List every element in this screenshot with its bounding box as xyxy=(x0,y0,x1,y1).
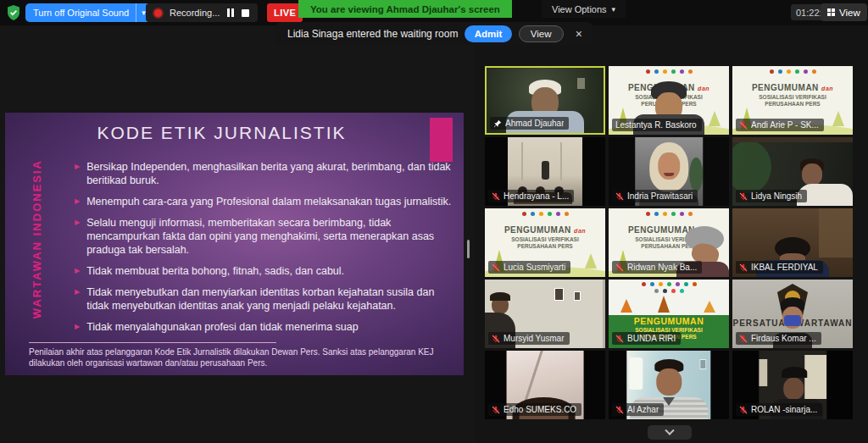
original-sound-label: Turn off Original Sound xyxy=(33,8,129,18)
slide-bullet-text: Menempuh cara-cara yang Profesional dala… xyxy=(86,195,451,208)
participant-name: Mursyid Yusmar xyxy=(504,334,565,343)
bullet-triangle-icon: ▶ xyxy=(75,216,80,257)
participant-name-tag: Ahmad Djauhar xyxy=(490,117,569,130)
participant-grid: Ahmad DjauharPENGUMUMAN danSOSIALISASI V… xyxy=(485,66,853,419)
recording-dot-icon xyxy=(154,9,162,17)
participant-name: BUNDA RIRI xyxy=(627,334,676,343)
participant-name-tag: ROLAN -sinarja... xyxy=(736,403,822,416)
muted-mic-icon xyxy=(739,192,748,201)
slide-title: KODE ETIK JURNALISTIK xyxy=(5,123,438,143)
participant-name-tag: BUNDA RIRI xyxy=(612,332,681,345)
waiting-room-notification: Lidia Sinaga entered the waiting room Ad… xyxy=(275,22,593,45)
sponsor-logos xyxy=(732,69,853,74)
participant-name: Indria Prawitasari xyxy=(627,191,693,201)
muted-mic-icon xyxy=(492,335,500,343)
collapse-gallery-button[interactable] xyxy=(648,425,692,440)
participant-name: Hendrayana - L... xyxy=(504,191,569,201)
recording-controls: Recording... xyxy=(146,3,258,22)
pause-recording-icon[interactable] xyxy=(227,8,234,17)
video-tile-andi-arie-p-sk[interactable]: PENGUMUMAN danSOSIALISASI VERIFIKASIPERU… xyxy=(732,66,853,135)
chevron-down-icon: ▾ xyxy=(612,5,616,14)
video-tile-al-azhar[interactable]: Al Azhar xyxy=(609,351,729,419)
muted-mic-icon xyxy=(615,335,624,343)
slide-bullet-text: Tidak menyalahgunakan profesi dan tidak … xyxy=(86,320,359,334)
slide-bullet: ▶Tidak membuat berita bohong, fitnah, sa… xyxy=(75,264,454,278)
close-icon[interactable]: × xyxy=(576,28,582,40)
video-tile-lidya-ningsih[interactable]: Lidya Ningsih xyxy=(732,137,853,206)
sponsor-logos xyxy=(609,282,729,286)
slide-vertical-text: WARTAWAN INDONESIA xyxy=(31,159,43,318)
video-tile-lestantya-r-baskoro[interactable]: PENGUMUMAN danSOSIALISASI VERIFIKASIPERU… xyxy=(609,66,729,135)
participant-name: Lestantya R. Baskoro xyxy=(615,120,697,130)
view-options-button[interactable]: View Options ▾ xyxy=(542,0,626,18)
video-tile-firdaus-komar[interactable]: PERSATUAN WARTAWANFirdaus Komar ... xyxy=(732,280,853,348)
video-tile-bunda-riri[interactable]: PENGUMUMANSOSIALISASI VERIFIKASIPERUSAHA… xyxy=(609,280,729,348)
participant-name-tag: Ridwan Nyak Ba... xyxy=(612,261,702,274)
participant-name: IKBAL FERDIYAL xyxy=(751,263,818,272)
participant-name-tag: Hendrayana - L... xyxy=(488,190,574,202)
video-tile-hendrayana-l[interactable]: Hendrayana - L... xyxy=(485,137,605,206)
stop-recording-icon[interactable] xyxy=(242,9,249,17)
participant-name-tag: Edho SUMEKS.CO xyxy=(488,403,581,416)
muted-mic-icon xyxy=(615,192,624,201)
video-tile-rolan-sinarja[interactable]: ROLAN -sinarja... xyxy=(732,351,853,419)
sponsor-logos xyxy=(609,69,729,74)
participant-name: Andi Arie P - SK... xyxy=(751,120,819,130)
slide-bullet-text: Bersikap Independen, menghasilkan berita… xyxy=(86,160,454,187)
participant-name: Lucia Susmiyarti xyxy=(504,263,565,272)
virtual-bg-title: PENGUMUMAN dan xyxy=(485,225,605,235)
waiting-room-view-button[interactable]: View xyxy=(519,25,564,42)
participant-name: Al Azhar xyxy=(627,405,659,414)
screen-share-banner: You are viewing Ahmad Djauhar's screen xyxy=(298,0,512,18)
virtual-bg-subtitle1: SOSIALISASI VERIFIKASI xyxy=(485,236,605,242)
muted-mic-icon xyxy=(492,192,500,201)
slide-footer-divider xyxy=(29,342,276,343)
shared-screen-area: KODE ETIK JURNALISTIK WARTAWAN INDONESIA… xyxy=(0,25,475,443)
virtual-bg-title: PENGUMUMAN dan xyxy=(732,83,853,92)
video-tile-ahmad-djauhar[interactable]: Ahmad Djauhar xyxy=(485,66,605,135)
video-tile-indria-prawitasari[interactable]: Indria Prawitasari xyxy=(609,137,729,206)
participant-name: Firdaus Komar ... xyxy=(751,334,816,343)
presentation-slide: KODE ETIK JURNALISTIK WARTAWAN INDONESIA… xyxy=(5,113,464,375)
security-shield-icon[interactable] xyxy=(7,5,20,20)
muted-mic-icon xyxy=(492,263,500,272)
share-area-scrollbar[interactable] xyxy=(467,240,470,258)
recording-label: Recording... xyxy=(170,8,220,18)
video-tile-mursyid-yusmar[interactable]: Mursyid Yusmar xyxy=(485,280,605,348)
virtual-bg-subtitle1: SOSIALISASI VERIFIKASI xyxy=(732,94,853,100)
participant-name-tag: IKBAL FERDIYAL xyxy=(736,261,823,274)
bullet-triangle-icon: ▶ xyxy=(75,160,80,187)
muted-mic-icon xyxy=(615,263,624,272)
pin-icon xyxy=(493,119,502,128)
slide-bullet: ▶Tidak menyalahgunakan profesi dan tidak… xyxy=(75,320,454,334)
waiting-room-message: Lidia Sinaga entered the waiting room xyxy=(287,28,458,40)
participant-name: Ahmad Djauhar xyxy=(505,119,564,128)
participant-name-tag: Andi Arie P - SK... xyxy=(736,119,824,131)
original-sound-button[interactable]: Turn off Original Sound ▾ xyxy=(25,3,151,22)
participant-name: ROLAN -sinarja... xyxy=(751,405,817,414)
sponsor-logos xyxy=(485,212,605,216)
participant-name-tag: Lidya Ningsih xyxy=(736,190,807,202)
view-options-label: View Options xyxy=(552,4,607,14)
slide-bullet-text: Selalu menguji informasi, memberitakan s… xyxy=(86,216,454,257)
video-tile-ikbal-ferdiyal[interactable]: IKBAL FERDIYAL xyxy=(732,208,853,277)
view-layout-button[interactable]: View xyxy=(821,3,867,21)
participant-name-tag: Al Azhar xyxy=(612,403,664,416)
admit-button[interactable]: Admit xyxy=(465,25,511,42)
slide-bullet: ▶Tidak menyebutkan dan menyiarkan identi… xyxy=(75,285,454,313)
virtual-bg-subtitle2: PERUSAHAAN PERS xyxy=(485,243,605,249)
participant-name: Ridwan Nyak Ba... xyxy=(627,263,697,272)
participant-name: Edho SUMEKS.CO xyxy=(504,405,576,414)
slide-bullet: ▶Bersikap Independen, menghasilkan berit… xyxy=(75,160,454,187)
live-label: LIVE xyxy=(274,8,296,18)
muted-mic-icon xyxy=(739,121,748,130)
video-tile-edho-sumeks-co[interactable]: Edho SUMEKS.CO xyxy=(485,351,605,419)
view-layout-label: View xyxy=(839,8,860,18)
muted-mic-icon xyxy=(739,263,748,272)
virtual-bg-subtitle2: PERUSAHAAN PERS xyxy=(732,101,853,107)
slide-bullet-text: Tidak membuat berita bohong, fitnah, sad… xyxy=(86,264,344,278)
bullet-triangle-icon: ▶ xyxy=(75,285,80,313)
video-tile-lucia-susmiyarti[interactable]: PENGUMUMAN danSOSIALISASI VERIFIKASIPERU… xyxy=(485,208,605,277)
bullet-triangle-icon: ▶ xyxy=(75,320,80,334)
video-tile-ridwan-nyak-ba[interactable]: PENGUMUMAN danSOSIALISASI VERIFIKASIPERU… xyxy=(609,208,729,277)
